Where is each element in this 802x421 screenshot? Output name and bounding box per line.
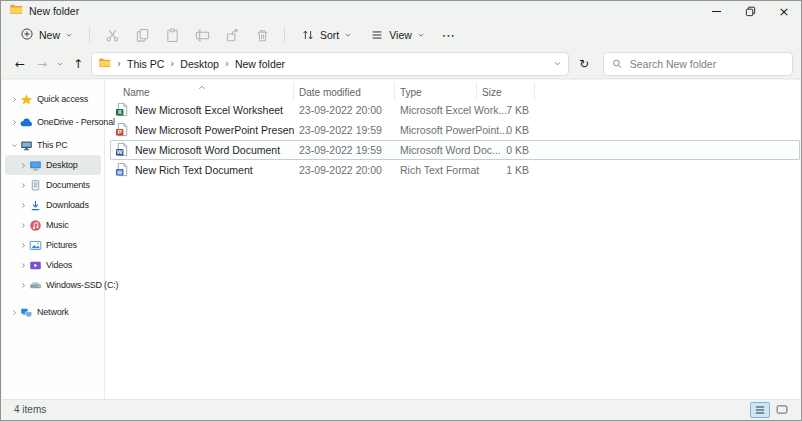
plus-circle-icon bbox=[20, 27, 34, 43]
more-options-button[interactable]: ⋯ bbox=[434, 28, 463, 43]
file-explorer-window: New folder × New bbox=[0, 0, 802, 421]
file-type: Microsoft PowerPoint... bbox=[395, 124, 477, 136]
search-box[interactable] bbox=[603, 52, 793, 76]
sidebar-item-label: Pictures bbox=[46, 240, 77, 250]
sort-ascending-icon bbox=[197, 82, 206, 93]
breadcrumb-separator: › bbox=[170, 58, 174, 69]
file-row-word[interactable]: W New Microsoft Word Document 23-09-2022… bbox=[110, 140, 800, 160]
breadcrumb-new-folder[interactable]: New folder bbox=[235, 58, 285, 70]
recent-locations-button[interactable] bbox=[53, 52, 67, 76]
pictures-icon bbox=[28, 239, 43, 252]
file-type: Rich Text Format bbox=[395, 164, 477, 176]
thumbnail-view-button[interactable] bbox=[772, 402, 792, 418]
forward-button[interactable]: → bbox=[31, 52, 53, 76]
sort-button[interactable]: Sort bbox=[292, 25, 361, 45]
sidebar-item-this-pc[interactable]: This PC bbox=[5, 135, 101, 155]
toolbar-separator bbox=[284, 27, 285, 43]
new-button-label: New bbox=[39, 29, 60, 41]
file-row-powerpoint[interactable]: P New Microsoft PowerPoint Presentation … bbox=[110, 120, 800, 140]
breadcrumb-separator: › bbox=[117, 58, 121, 69]
folder-icon bbox=[9, 2, 23, 20]
column-header-name[interactable]: Name bbox=[110, 82, 293, 100]
column-headers: Name Date modified Type Size bbox=[110, 82, 800, 100]
sidebar-item-pictures[interactable]: Pictures bbox=[5, 235, 101, 255]
star-icon bbox=[19, 93, 34, 106]
view-list-icon bbox=[370, 28, 384, 42]
file-name: New Microsoft Word Document bbox=[135, 144, 280, 156]
file-size: 1 KB bbox=[477, 164, 536, 176]
sidebar-item-windows-ssd[interactable]: Windows-SSD (C:) bbox=[5, 275, 101, 295]
window-controls: × bbox=[699, 1, 801, 21]
sidebar-item-label: Quick access bbox=[37, 94, 88, 104]
sidebar-item-documents[interactable]: Documents bbox=[5, 175, 101, 195]
sidebar-item-onedrive[interactable]: OneDrive - Personal bbox=[5, 112, 101, 132]
rtf-file-icon bbox=[115, 162, 130, 179]
sidebar-item-quick-access[interactable]: Quick access bbox=[5, 89, 101, 109]
sort-icon bbox=[301, 28, 315, 42]
file-date: 23-09-2022 20:00 bbox=[294, 164, 395, 176]
column-header-date-modified[interactable]: Date modified bbox=[293, 82, 394, 100]
sidebar-item-desktop[interactable]: Desktop bbox=[5, 155, 101, 175]
share-button[interactable] bbox=[217, 23, 247, 47]
minimize-button[interactable] bbox=[699, 1, 733, 21]
sidebar-item-videos[interactable]: Videos bbox=[5, 255, 101, 275]
address-bar[interactable]: › This PC › Desktop › New folder bbox=[91, 52, 569, 76]
search-input[interactable] bbox=[630, 58, 784, 70]
chevron-down-icon bbox=[11, 142, 18, 149]
chevron-right-icon bbox=[11, 119, 18, 126]
scissors-icon bbox=[105, 28, 120, 43]
restore-button[interactable] bbox=[733, 1, 767, 21]
file-size: 0 KB bbox=[477, 124, 536, 136]
address-dropdown-button[interactable] bbox=[553, 59, 562, 68]
refresh-button[interactable]: ↻ bbox=[573, 52, 595, 76]
sort-button-label: Sort bbox=[320, 29, 339, 41]
column-header-size[interactable]: Size bbox=[476, 82, 535, 100]
chevron-right-icon bbox=[20, 282, 27, 289]
drive-icon bbox=[28, 279, 43, 292]
cut-button[interactable] bbox=[97, 23, 127, 47]
rename-button[interactable] bbox=[187, 23, 217, 47]
window-title: New folder bbox=[29, 5, 79, 17]
sidebar-item-label: Desktop bbox=[46, 160, 78, 170]
file-name: New Microsoft Excel Worksheet bbox=[135, 104, 283, 116]
close-button[interactable]: × bbox=[767, 1, 801, 21]
videos-icon bbox=[28, 259, 43, 272]
up-button[interactable]: ↑ bbox=[67, 52, 89, 76]
chevron-down-icon bbox=[56, 60, 64, 68]
back-button[interactable]: ← bbox=[9, 52, 31, 76]
file-size: 7 KB bbox=[477, 104, 536, 116]
file-row-rtf[interactable]: New Rich Text Document 23-09-2022 20:00 … bbox=[110, 160, 800, 180]
view-button-label: View bbox=[389, 29, 412, 41]
paste-button[interactable] bbox=[157, 23, 187, 47]
svg-text:P: P bbox=[118, 128, 122, 135]
computer-icon bbox=[19, 139, 34, 152]
excel-file-icon: X bbox=[115, 102, 130, 119]
delete-button[interactable] bbox=[247, 23, 277, 47]
sidebar-item-music[interactable]: Music bbox=[5, 215, 101, 235]
word-file-icon: W bbox=[115, 142, 130, 159]
powerpoint-file-icon: P bbox=[115, 122, 130, 139]
chevron-down-icon bbox=[65, 31, 73, 39]
sidebar-item-label: OneDrive - Personal bbox=[37, 117, 115, 127]
column-header-type[interactable]: Type bbox=[394, 82, 476, 100]
breadcrumb-this-pc[interactable]: This PC bbox=[127, 58, 164, 70]
details-view-button[interactable] bbox=[750, 402, 770, 418]
view-button[interactable]: View bbox=[361, 25, 434, 45]
breadcrumb-desktop[interactable]: Desktop bbox=[180, 58, 219, 70]
sidebar-item-network[interactable]: Network bbox=[5, 302, 101, 322]
sidebar-item-label: Downloads bbox=[46, 200, 89, 210]
sidebar-item-label: Music bbox=[46, 220, 69, 230]
file-list: Name Date modified Type Size X New Micro… bbox=[105, 80, 800, 399]
share-icon bbox=[225, 28, 240, 43]
copy-button[interactable] bbox=[127, 23, 157, 47]
sidebar-item-label: Documents bbox=[46, 180, 90, 190]
file-type: Microsoft Word Doc... bbox=[395, 144, 477, 156]
new-button[interactable]: New bbox=[11, 24, 82, 46]
search-icon bbox=[612, 58, 623, 70]
sidebar-item-label: Videos bbox=[46, 260, 72, 270]
downloads-icon bbox=[28, 199, 43, 212]
chevron-right-icon bbox=[20, 222, 27, 229]
sidebar-item-downloads[interactable]: Downloads bbox=[5, 195, 101, 215]
file-date: 23-09-2022 20:00 bbox=[294, 104, 395, 116]
file-row-excel[interactable]: X New Microsoft Excel Worksheet 23-09-20… bbox=[110, 100, 800, 120]
